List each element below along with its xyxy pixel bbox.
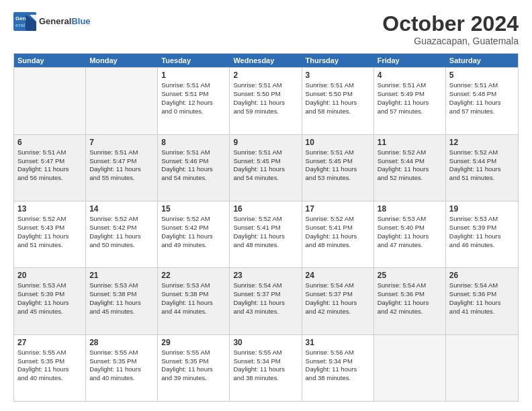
cell-line-2: Daylight: 11 hours xyxy=(161,165,226,174)
cell-line-0: Sunrise: 5:51 AM xyxy=(306,81,370,90)
cell-line-3: and 41 minutes. xyxy=(449,308,515,316)
header-wednesday: Wednesday xyxy=(230,54,302,67)
calendar-body: 1Sunrise: 5:51 AMSunset: 5:51 PMDaylight… xyxy=(14,67,518,401)
cell-line-3: and 0 minutes. xyxy=(161,107,226,116)
cell-line-2: Daylight: 11 hours xyxy=(233,299,298,308)
cell-line-3: and 48 minutes. xyxy=(306,241,370,250)
day-number: 30 xyxy=(233,337,298,348)
cal-cell-3-6: 26Sunrise: 5:54 AMSunset: 5:36 PMDayligh… xyxy=(446,268,518,334)
cell-line-1: Sunset: 5:39 PM xyxy=(17,290,82,299)
cal-cell-2-4: 17Sunrise: 5:52 AMSunset: 5:41 PMDayligh… xyxy=(302,201,374,267)
cell-line-0: Sunrise: 5:52 AM xyxy=(161,215,226,224)
cell-line-0: Sunrise: 5:55 AM xyxy=(89,349,154,357)
cal-cell-3-1: 21Sunrise: 5:53 AMSunset: 5:38 PMDayligh… xyxy=(86,268,158,334)
cell-line-2: Daylight: 11 hours xyxy=(89,232,154,241)
calendar-row-0: 1Sunrise: 5:51 AMSunset: 5:51 PMDaylight… xyxy=(14,67,518,134)
cell-line-3: and 52 minutes. xyxy=(378,174,442,183)
cell-line-3: and 51 minutes. xyxy=(17,241,82,250)
cell-line-2: Daylight: 11 hours xyxy=(17,165,82,174)
cell-line-2: Daylight: 11 hours xyxy=(306,99,370,107)
cell-line-0: Sunrise: 5:51 AM xyxy=(233,148,298,157)
cell-line-1: Sunset: 5:35 PM xyxy=(17,357,82,366)
cell-line-0: Sunrise: 5:52 AM xyxy=(378,148,442,157)
cell-line-2: Daylight: 11 hours xyxy=(449,299,515,308)
cell-line-2: Daylight: 11 hours xyxy=(306,165,370,174)
day-number: 3 xyxy=(306,70,370,81)
cell-line-2: Daylight: 11 hours xyxy=(449,232,515,241)
day-number: 2 xyxy=(233,70,298,81)
cal-cell-0-3: 2Sunrise: 5:51 AMSunset: 5:50 PMDaylight… xyxy=(230,68,302,134)
cell-line-0: Sunrise: 5:53 AM xyxy=(449,215,515,224)
cell-line-2: Daylight: 11 hours xyxy=(161,232,226,241)
cell-line-3: and 57 minutes. xyxy=(449,107,515,116)
day-number: 14 xyxy=(89,203,154,214)
cell-line-3: and 49 minutes. xyxy=(161,241,226,250)
cell-line-0: Sunrise: 5:54 AM xyxy=(378,281,442,290)
cell-line-3: and 58 minutes. xyxy=(306,107,370,116)
cell-line-3: and 50 minutes. xyxy=(89,241,154,250)
day-number: 28 xyxy=(89,337,154,348)
logo: Gen eral GeneralBlue xyxy=(13,12,91,31)
day-number: 12 xyxy=(449,137,515,148)
day-number: 26 xyxy=(449,270,515,281)
cell-line-1: Sunset: 5:41 PM xyxy=(233,224,298,232)
cell-line-1: Sunset: 5:49 PM xyxy=(378,90,442,99)
cell-line-0: Sunrise: 5:51 AM xyxy=(89,148,154,157)
cell-line-1: Sunset: 5:45 PM xyxy=(233,157,298,166)
day-number: 5 xyxy=(449,70,515,81)
cell-line-3: and 47 minutes. xyxy=(378,241,442,250)
cell-line-3: and 44 minutes. xyxy=(161,308,226,316)
month-title: October 2024 xyxy=(382,12,519,36)
calendar-row-2: 13Sunrise: 5:52 AMSunset: 5:43 PMDayligh… xyxy=(14,201,518,267)
cell-line-2: Daylight: 12 hours xyxy=(161,99,226,107)
cal-cell-0-4: 3Sunrise: 5:51 AMSunset: 5:50 PMDaylight… xyxy=(302,68,374,134)
cal-cell-4-5 xyxy=(374,335,446,401)
cell-line-2: Daylight: 11 hours xyxy=(161,299,226,308)
cell-line-3: and 42 minutes. xyxy=(306,308,370,316)
cell-line-0: Sunrise: 5:52 AM xyxy=(306,215,370,224)
cell-line-3: and 57 minutes. xyxy=(378,107,442,116)
cell-line-0: Sunrise: 5:51 AM xyxy=(161,81,226,90)
cell-line-2: Daylight: 11 hours xyxy=(378,232,442,241)
cell-line-3: and 38 minutes. xyxy=(306,374,370,383)
day-number: 7 xyxy=(89,137,154,148)
calendar-row-1: 6Sunrise: 5:51 AMSunset: 5:47 PMDaylight… xyxy=(14,134,518,201)
logo-icon: Gen eral xyxy=(13,12,36,31)
cell-line-3: and 59 minutes. xyxy=(233,107,298,116)
day-number: 6 xyxy=(17,137,82,148)
svg-text:Gen: Gen xyxy=(15,15,26,21)
cell-line-1: Sunset: 5:42 PM xyxy=(161,224,226,232)
day-number: 18 xyxy=(378,203,442,214)
cell-line-2: Daylight: 11 hours xyxy=(161,365,226,374)
cell-line-1: Sunset: 5:51 PM xyxy=(161,90,226,99)
cell-line-1: Sunset: 5:38 PM xyxy=(161,290,226,299)
cell-line-0: Sunrise: 5:51 AM xyxy=(306,148,370,157)
calendar-row-3: 20Sunrise: 5:53 AMSunset: 5:39 PMDayligh… xyxy=(14,267,518,334)
cal-cell-1-4: 10Sunrise: 5:51 AMSunset: 5:45 PMDayligh… xyxy=(302,135,374,201)
cell-line-1: Sunset: 5:50 PM xyxy=(306,90,370,99)
cell-line-2: Daylight: 11 hours xyxy=(17,232,82,241)
cell-line-3: and 54 minutes. xyxy=(233,174,298,183)
day-number: 1 xyxy=(161,70,226,81)
day-number: 9 xyxy=(233,137,298,148)
cal-cell-1-2: 8Sunrise: 5:51 AMSunset: 5:46 PMDaylight… xyxy=(158,135,230,201)
cal-cell-4-6 xyxy=(446,335,518,401)
day-number: 13 xyxy=(17,203,82,214)
cell-line-3: and 53 minutes. xyxy=(306,174,370,183)
cal-cell-2-2: 15Sunrise: 5:52 AMSunset: 5:42 PMDayligh… xyxy=(158,201,230,267)
cal-cell-0-6: 5Sunrise: 5:51 AMSunset: 5:48 PMDaylight… xyxy=(446,68,518,134)
cell-line-2: Daylight: 11 hours xyxy=(449,99,515,107)
cal-cell-1-0: 6Sunrise: 5:51 AMSunset: 5:47 PMDaylight… xyxy=(14,135,86,201)
header-monday: Monday xyxy=(86,54,158,67)
cell-line-3: and 45 minutes. xyxy=(17,308,82,316)
header-friday: Friday xyxy=(374,54,446,67)
cell-line-3: and 43 minutes. xyxy=(233,308,298,316)
cell-line-1: Sunset: 5:41 PM xyxy=(306,224,370,232)
day-number: 8 xyxy=(161,137,226,148)
cell-line-2: Daylight: 11 hours xyxy=(378,99,442,107)
cell-line-1: Sunset: 5:50 PM xyxy=(233,90,298,99)
cell-line-0: Sunrise: 5:55 AM xyxy=(233,349,298,357)
cell-line-3: and 48 minutes. xyxy=(233,241,298,250)
cell-line-1: Sunset: 5:34 PM xyxy=(306,357,370,366)
cell-line-0: Sunrise: 5:54 AM xyxy=(306,281,370,290)
